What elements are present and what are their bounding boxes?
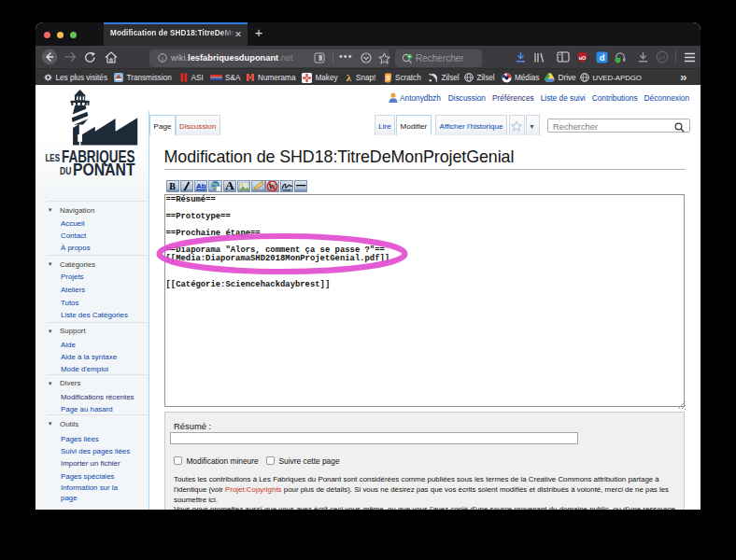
svg-text:DU: DU	[60, 165, 71, 176]
svg-text:d: d	[599, 52, 604, 63]
svg-text:PONANT: PONANT	[73, 161, 135, 179]
svg-text:LES: LES	[45, 152, 60, 163]
svg-text:c+: c+	[658, 54, 666, 61]
svg-text:i: i	[162, 55, 163, 63]
svg-text:S: S	[386, 75, 390, 81]
svg-text:uO: uO	[579, 54, 587, 60]
svg-text:+: +	[408, 53, 412, 60]
